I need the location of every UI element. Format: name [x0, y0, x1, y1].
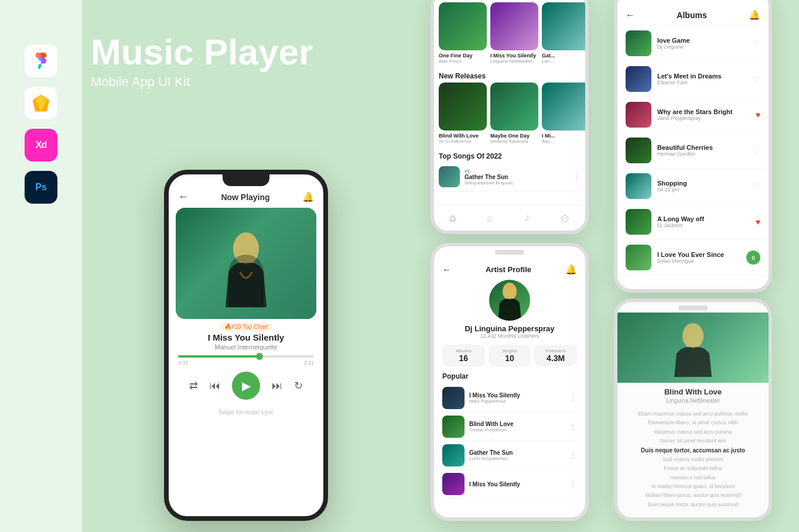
- home-screen-phone: One Fine Day Alan Frisco I Miss You Sile…: [431, 0, 589, 234]
- bell-icon[interactable]: 🔔: [302, 191, 314, 202]
- back-arrow-icon[interactable]: ←: [178, 191, 189, 203]
- sketch-icon[interactable]: [25, 87, 57, 119]
- pop-thumb-3: [442, 444, 465, 466]
- album-item-4[interactable]: Beautiful Cherries Herman Gordon ♡: [617, 133, 769, 169]
- nav-profile-icon[interactable]: ⊙: [561, 212, 569, 225]
- song-title: I Miss You Silently: [169, 332, 323, 342]
- popular-item-2[interactable]: Blind With Love Gustav Purpleson ⋮: [442, 413, 577, 441]
- followers-stat: Followers 4.3M: [534, 345, 577, 366]
- album-item-5[interactable]: Shopping 04:21 pm ♡: [617, 169, 769, 204]
- album-art: [176, 208, 316, 319]
- song-more-icon[interactable]: ⋮: [572, 172, 581, 181]
- prev-icon[interactable]: ⏮: [210, 380, 220, 392]
- album-info-4: Beautiful Cherries Herman Gordon: [657, 144, 747, 157]
- artist-screen-title: Artist Profile: [486, 265, 531, 274]
- pop-more-1[interactable]: ⋮: [569, 393, 577, 403]
- nr-thumb-3: [542, 83, 585, 131]
- main-subtitle: Mobile App UI Kit: [91, 74, 313, 90]
- chart-badge: 🔥#10 Top Chart: [169, 322, 323, 331]
- nav-home-icon[interactable]: ⌂: [450, 212, 456, 224]
- figma-icon[interactable]: [25, 44, 57, 77]
- album-item-1[interactable]: love Game Dj Linguine ♡: [617, 26, 769, 61]
- lyric-5: Duis neque tortor, accumsan ac justo: [629, 445, 757, 455]
- singles-stat: Singles 10: [489, 345, 531, 366]
- card-artist-2: Linguina Nettlewater: [490, 59, 538, 64]
- shuffle-icon[interactable]: ⇄: [189, 379, 198, 392]
- pop-artist-2: Gustav Purpleson: [469, 427, 564, 433]
- xd-icon[interactable]: Xd: [25, 129, 57, 162]
- repeat-icon[interactable]: ↻: [294, 379, 303, 392]
- album-heart-2[interactable]: ♡: [753, 74, 760, 84]
- pop-more-2[interactable]: ⋮: [569, 422, 577, 431]
- nr-card-1[interactable]: Blind With Love Sir Cumference: [439, 83, 487, 144]
- featured-cards: One Fine Day Alan Frisco I Miss You Sile…: [434, 2, 585, 68]
- albums-bell-icon[interactable]: 🔔: [749, 9, 760, 20]
- progress-bar[interactable]: [178, 355, 314, 358]
- svg-point-2: [233, 232, 259, 265]
- popular-item-3[interactable]: Gather The Sun Lurth Schpelitches ⋮: [442, 441, 577, 470]
- card-title-2: I Miss You Silently: [490, 53, 538, 59]
- progress-dot[interactable]: [256, 353, 263, 360]
- nr-card-2[interactable]: Maybe One Day Wisteria Ravensla: [490, 83, 538, 144]
- pop-more-4[interactable]: ⋮: [569, 479, 577, 489]
- album-heart-1[interactable]: ♡: [753, 39, 760, 48]
- progress-area: 3:37 3:21: [169, 355, 323, 366]
- album-thumb-4: [626, 138, 651, 163]
- next-icon[interactable]: ⏭: [272, 380, 282, 392]
- pop-name-2: Blind With Love: [469, 421, 564, 427]
- lyric-2: Elementum libero, at amet cursus nibh: [629, 418, 757, 427]
- main-title: Music Player: [91, 32, 313, 72]
- album-heart-3[interactable]: ♥: [756, 110, 760, 119]
- nr-artist-1: Sir Cumference: [439, 139, 487, 144]
- lyric-3: Maximus massa sed arcu pulvina: [629, 428, 757, 437]
- pop-thumb-2: [442, 416, 465, 438]
- artist-back-icon[interactable]: ←: [442, 265, 452, 275]
- artist-bell-icon[interactable]: 🔔: [565, 264, 577, 275]
- card-artist-1: Alan Frisco: [439, 59, 487, 64]
- popular-item-4[interactable]: I Miss You Silently ⋮: [442, 470, 577, 499]
- lyric-11: Duis neque tortor, auctor quis euismod: [629, 500, 757, 509]
- album-thumb-3: [626, 102, 651, 128]
- singles-value: 10: [492, 353, 528, 363]
- album-art-figure: [176, 208, 316, 319]
- nr-card-3[interactable]: I Mi... Ban...: [542, 83, 585, 144]
- play-button[interactable]: ▶: [232, 372, 260, 400]
- nav-search-icon[interactable]: ⌕: [487, 212, 493, 224]
- album-artist-3: Janis Pepperspray: [657, 115, 750, 121]
- album-item-7[interactable]: I Love You Ever Since Dylan Meringue ⏸: [617, 240, 769, 276]
- nav-music-icon[interactable]: ♪: [524, 212, 530, 224]
- featured-card-3[interactable]: Gat... Lan...: [542, 2, 585, 64]
- album-info-5: Shopping 04:21 pm: [657, 180, 747, 193]
- chart-badge-text: 🔥#10 Top Chart: [220, 322, 273, 331]
- new-releases-cards: Blind With Love Sir Cumference Maybe One…: [434, 83, 585, 149]
- ps-icon[interactable]: Ps: [25, 171, 57, 204]
- albums-back-icon[interactable]: ←: [626, 10, 635, 20]
- album-item-2[interactable]: Let's Meet in Dreams Eleanor Fant ♡: [617, 61, 769, 97]
- artist-name: Dj Linguina Pepperspray: [434, 324, 585, 333]
- top-song-item-1[interactable]: #1 Gather The Sun Shequindreise Bropuac …: [439, 163, 581, 191]
- album-info-2: Let's Meet in Dreams Eleanor Fant: [657, 73, 747, 85]
- album-name-7: I Love You Ever Since: [657, 251, 740, 258]
- popular-section: Popular I Miss You Silently Nilex Pepper…: [434, 372, 585, 499]
- album-item-3[interactable]: Why are the Stars Bright Janis Pepperspr…: [617, 97, 769, 133]
- album-heart-4[interactable]: ♡: [753, 146, 760, 155]
- album-name-6: A Long Way off: [657, 215, 750, 222]
- phone-notch: [223, 174, 269, 186]
- album-name-2: Let's Meet in Dreams: [657, 73, 747, 80]
- pop-more-3[interactable]: ⋮: [569, 451, 577, 460]
- featured-card-2[interactable]: I Miss You Silently Linguina Nettlewater: [490, 2, 538, 64]
- album-heart-5[interactable]: ♡: [753, 181, 760, 191]
- time-total: 3:21: [303, 360, 314, 366]
- singles-label: Singles: [492, 348, 528, 353]
- lyric-6: Sed viverra mollis pretium: [629, 455, 757, 464]
- popular-item-1[interactable]: I Miss You Silently Nilex Peppertrout ⋮: [442, 384, 577, 413]
- followers-value: 4.3M: [538, 353, 573, 363]
- artist-avatar: [489, 280, 530, 321]
- album-artist-1: Dj Linguine: [657, 44, 747, 50]
- nr-title-3: I Mi...: [542, 133, 585, 139]
- song-artist-sm: Shequindreise Bropuac: [465, 180, 568, 186]
- album-item-6[interactable]: A Long Way off Dj Jackson ♥: [617, 204, 769, 240]
- featured-card-1[interactable]: One Fine Day Alan Frisco: [439, 2, 487, 64]
- album-heart-6[interactable]: ♥: [756, 217, 760, 226]
- album-name-4: Beautiful Cherries: [657, 144, 747, 151]
